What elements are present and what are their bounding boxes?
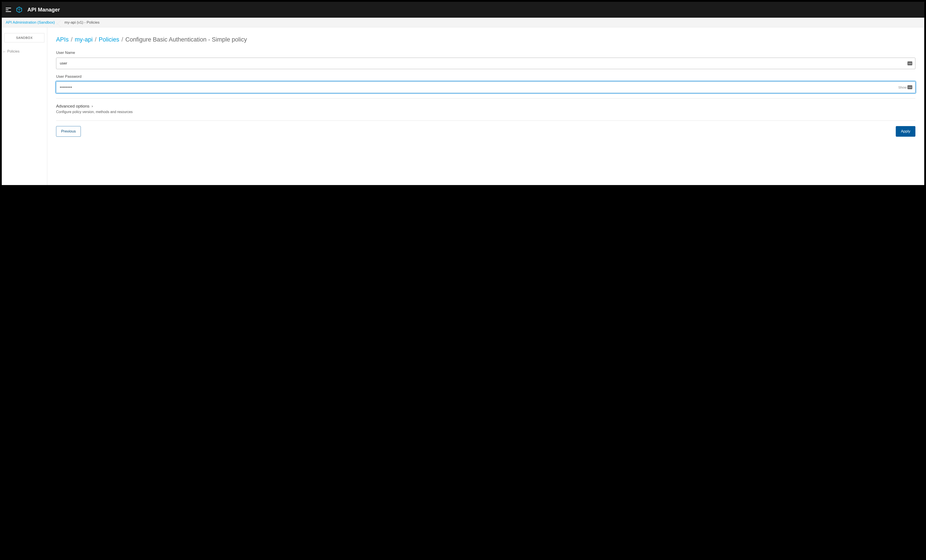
username-label: User Name <box>56 51 915 55</box>
app-title: API Manager <box>27 7 60 13</box>
product-logo-icon <box>16 6 23 13</box>
main-content: APIs / my-api / Policies / Configure Bas… <box>47 27 924 185</box>
advanced-options-title: Advanced options <box>56 104 89 109</box>
username-input-wrap <box>56 58 915 69</box>
page-breadcrumb: APIs / my-api / Policies / Configure Bas… <box>56 36 915 43</box>
credentials-icon[interactable] <box>908 85 912 89</box>
password-input[interactable] <box>56 82 915 93</box>
breadcrumb-strip: API Administration (Sandbox) my-api (v1)… <box>2 18 924 27</box>
breadcrumb-current: my-api (v1) - Policies <box>59 18 104 27</box>
form-actions: Previous Apply <box>56 126 915 137</box>
app-window: API Manager API Administration (Sandbox)… <box>2 2 924 185</box>
breadcrumb-current-label: my-api (v1) - Policies <box>65 20 100 25</box>
divider <box>56 98 915 98</box>
arrow-left-icon: ← <box>3 50 6 53</box>
previous-button[interactable]: Previous <box>56 126 81 137</box>
crumb-policies[interactable]: Policies <box>99 36 119 43</box>
sidebar-back-label: Policies <box>7 50 20 53</box>
crumb-sep: / <box>121 36 123 43</box>
advanced-options-toggle[interactable]: Advanced options › <box>56 104 915 109</box>
advanced-options-section: Advanced options › Configure policy vers… <box>56 104 915 114</box>
environment-badge[interactable]: SANDBOX <box>5 33 44 42</box>
breadcrumb-root[interactable]: API Administration (Sandbox) <box>2 18 59 27</box>
breadcrumb-root-label: API Administration (Sandbox) <box>6 20 55 25</box>
username-input[interactable] <box>56 58 915 69</box>
show-password-button[interactable]: Show <box>898 85 906 89</box>
apply-button[interactable]: Apply <box>896 126 915 137</box>
password-input-wrap: Show <box>56 82 915 93</box>
crumb-current: Configure Basic Authentication - Simple … <box>126 36 247 43</box>
field-username: User Name <box>56 51 915 69</box>
advanced-options-subtitle: Configure policy version, methods and re… <box>56 110 915 114</box>
sidebar-back-policies[interactable]: ← Policies <box>2 48 47 55</box>
topbar: API Manager <box>2 2 924 18</box>
environment-label: SANDBOX <box>16 36 33 39</box>
crumb-apis[interactable]: APIs <box>56 36 69 43</box>
crumb-sep: / <box>95 36 97 43</box>
crumb-sep: / <box>71 36 73 43</box>
sidebar: SANDBOX ← Policies <box>2 27 47 185</box>
chevron-right-icon: › <box>92 104 93 108</box>
field-password: User Password Show <box>56 74 915 93</box>
password-label: User Password <box>56 74 915 79</box>
credentials-icon[interactable] <box>908 61 912 65</box>
crumb-my-api[interactable]: my-api <box>75 36 93 43</box>
menu-icon[interactable] <box>6 8 11 12</box>
